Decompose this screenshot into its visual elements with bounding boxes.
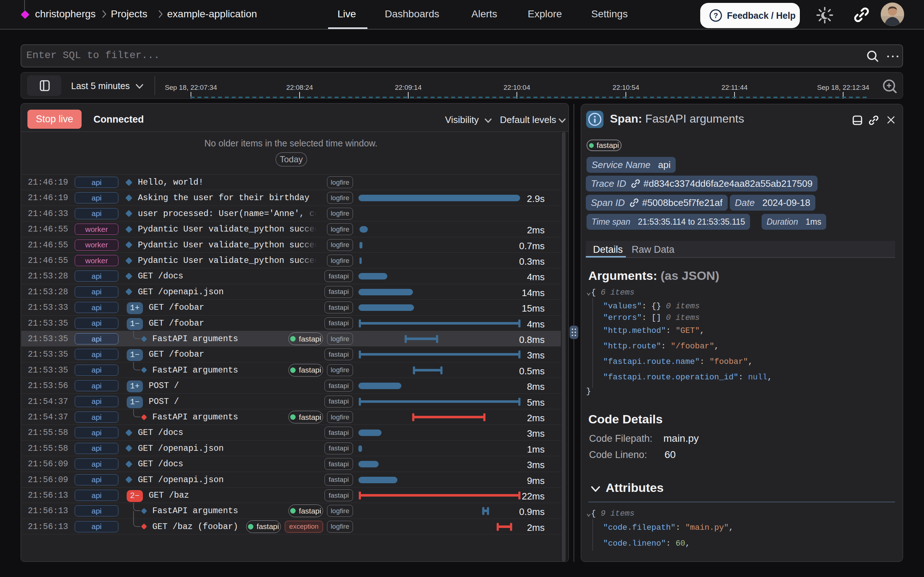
svg-text:?: ? (714, 11, 718, 19)
